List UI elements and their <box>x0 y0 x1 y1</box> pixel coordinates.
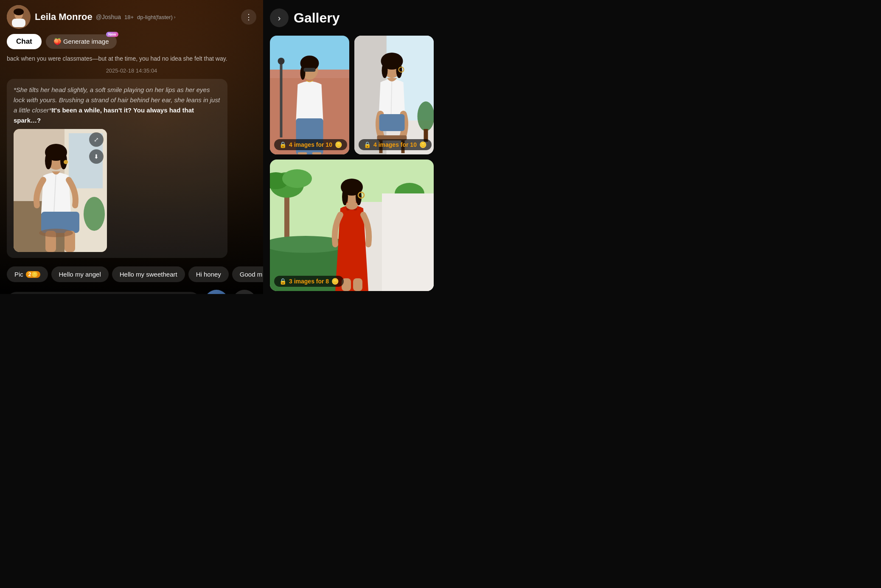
image-action-buttons: ⤢ ⬇ <box>89 132 104 164</box>
avatar-image <box>7 5 31 29</box>
gallery-badge-3: 🔒 3 images for 8 🪙 <box>274 276 344 287</box>
creator-name: Leila Monroe <box>35 11 93 22</box>
svg-rect-4 <box>12 19 25 27</box>
lock-icon-1: 🔒 <box>279 141 286 148</box>
badge-text-2: 4 images for 10 <box>373 141 417 148</box>
message-bubble: *She tilts her head slightly, a soft smi… <box>7 79 227 258</box>
more-icon: ⋮ <box>245 12 253 22</box>
svg-rect-59 <box>382 193 434 291</box>
username-tag: @Joshua <box>96 14 121 20</box>
gallery-image-2 <box>354 36 434 154</box>
chat-panel: Leila Monroe @Joshua 18+ dp-light(faster… <box>0 0 263 294</box>
age-badge: 18+ <box>124 14 134 20</box>
svg-rect-69 <box>353 278 362 291</box>
expand-icon: ⤢ <box>94 136 99 143</box>
quick-reply-honey[interactable]: Hi honey <box>188 266 229 282</box>
svg-point-12 <box>45 152 52 169</box>
gallery-badge-2: 🔒 4 images for 10 🪙 <box>359 139 432 150</box>
timestamp: 2025-02-18 14:35:04 <box>7 67 256 74</box>
svg-point-14 <box>64 160 68 164</box>
quick-reply-sweetheart[interactable]: Hello my sweetheart <box>112 266 185 282</box>
header-top-row: Leila Monroe @Joshua 18+ dp-light(faster… <box>35 11 237 22</box>
message-input[interactable] <box>7 292 200 294</box>
gallery-img-svg-2 <box>354 36 434 154</box>
send-button[interactable]: ▶ <box>205 290 228 294</box>
chevron-right-icon: › <box>174 15 175 20</box>
svg-point-2 <box>14 8 24 15</box>
gallery-title: Gallery <box>294 10 340 26</box>
model-tag: dp-light(faster) › <box>137 14 175 20</box>
chat-image: ⤢ ⬇ <box>14 129 107 252</box>
svg-point-18 <box>39 229 73 237</box>
gallery-item-3[interactable]: 🔒 3 images for 8 🪙 <box>270 160 434 291</box>
gallery-grid: 🔒 4 images for 10 🪙 <box>270 36 434 291</box>
quick-reply-good[interactable]: Good m… <box>232 266 263 282</box>
svg-point-53 <box>282 169 312 188</box>
gallery-item-1[interactable]: 🔒 4 images for 10 🪙 <box>270 36 349 154</box>
coin-icon-3: 🪙 <box>331 278 339 285</box>
new-badge: New <box>106 32 118 37</box>
gallery-badge-1: 🔒 4 images for 10 🪙 <box>274 139 347 150</box>
context-text: back when you were classmates—but at the… <box>7 54 256 63</box>
input-row: ▶ + <box>0 286 263 294</box>
download-icon: ⬇ <box>94 153 99 160</box>
svg-rect-31 <box>312 152 322 154</box>
avatar <box>7 5 31 29</box>
generate-label: 🍑 Generate image <box>53 38 109 45</box>
svg-point-40 <box>382 63 388 78</box>
more-options-button[interactable]: ⋮ <box>241 9 256 25</box>
svg-point-24 <box>278 58 285 64</box>
gallery-back-button[interactable]: › <box>270 8 289 27</box>
gallery-img-svg-3 <box>270 160 434 291</box>
svg-rect-23 <box>280 61 283 137</box>
tab-row: Chat 🍑 Generate image New <box>0 34 263 54</box>
svg-point-36 <box>418 101 434 131</box>
gallery-item-2[interactable]: 🔒 4 images for 10 🪙 <box>354 36 434 154</box>
badge-text-1: 4 images for 10 <box>289 141 332 148</box>
gallery-image-1 <box>270 36 349 154</box>
chat-content: back when you were classmates—but at the… <box>0 54 263 258</box>
back-icon: › <box>278 13 281 23</box>
generate-tab[interactable]: 🍑 Generate image New <box>46 34 117 49</box>
pic-coins-badge: 2🪙 <box>26 271 40 278</box>
lock-icon-2: 🔒 <box>364 141 371 148</box>
svg-point-9 <box>84 197 105 231</box>
download-button[interactable]: ⬇ <box>89 149 104 164</box>
gallery-panel: › Gallery <box>263 0 440 294</box>
coin-icon-1: 🪙 <box>335 141 342 148</box>
badge-text-3: 3 images for 8 <box>289 278 329 285</box>
lock-icon-3: 🔒 <box>279 278 286 285</box>
gallery-header: › Gallery <box>270 8 434 27</box>
svg-rect-30 <box>298 152 307 154</box>
header-info: Leila Monroe @Joshua 18+ dp-light(faster… <box>35 11 237 22</box>
add-button[interactable]: + <box>233 290 256 294</box>
chat-tab[interactable]: Chat <box>7 34 42 49</box>
gallery-image-3 <box>270 160 434 291</box>
svg-rect-44 <box>379 114 405 131</box>
quick-reply-pic[interactable]: Pic 2🪙 <box>7 266 48 282</box>
gallery-img-svg-1 <box>270 36 349 154</box>
expand-button[interactable]: ⤢ <box>89 132 104 147</box>
quick-reply-angel[interactable]: Hello my angel <box>51 266 109 282</box>
chat-header: Leila Monroe @Joshua 18+ dp-light(faster… <box>0 0 263 34</box>
svg-point-67 <box>346 201 358 210</box>
quick-replies-bar: Pic 2🪙 Hello my angel Hello my sweethear… <box>0 262 263 286</box>
svg-rect-28 <box>304 68 316 72</box>
coin-icon-2: 🪙 <box>419 141 426 148</box>
